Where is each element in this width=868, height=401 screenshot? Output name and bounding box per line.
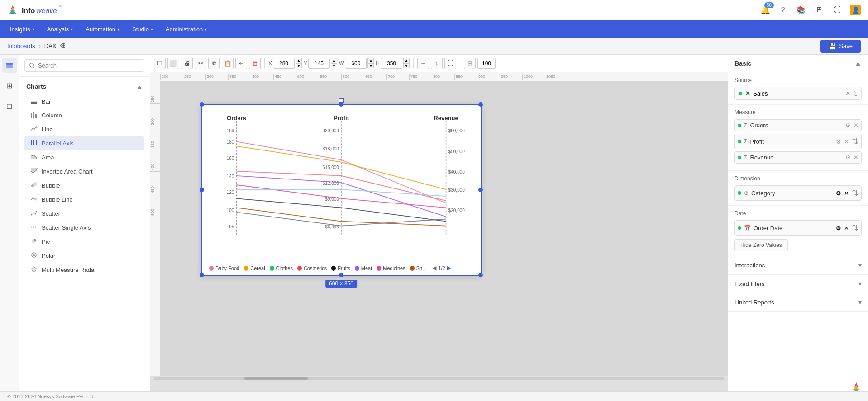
- interactions-section[interactable]: Interactions ▾: [728, 256, 868, 275]
- date-remove[interactable]: ✕: [844, 225, 849, 232]
- source-expand[interactable]: ⇅: [853, 90, 858, 97]
- x-up[interactable]: ▲: [296, 58, 302, 63]
- sidebar-item-parallel[interactable]: Parallel Axis: [24, 136, 144, 150]
- y-input[interactable]: [308, 58, 330, 69]
- sidebar-item-bar[interactable]: ▬ Bar: [24, 95, 144, 108]
- svg-line-10: [33, 66, 35, 68]
- y-down[interactable]: ▼: [331, 63, 337, 68]
- y-up[interactable]: ▲: [331, 58, 337, 63]
- nav-automation[interactable]: Automation ▾: [79, 23, 126, 35]
- date-arrow[interactable]: ⇅: [852, 223, 858, 233]
- layers-icon[interactable]: [2, 58, 17, 73]
- resize-br[interactable]: [478, 273, 483, 277]
- user-avatar[interactable]: 👤: [850, 5, 861, 15]
- sidebar-item-scatter[interactable]: Scatter: [24, 207, 144, 221]
- w-input[interactable]: [345, 58, 367, 69]
- profit-gear[interactable]: ⚙: [836, 138, 841, 145]
- sidebar-item-column[interactable]: Column: [24, 108, 144, 122]
- sidebar-item-polar[interactable]: Polar: [24, 249, 144, 263]
- grid-tool[interactable]: ⊞: [464, 58, 476, 69]
- x-input[interactable]: [273, 58, 295, 69]
- nav-studio[interactable]: Studio ▾: [126, 23, 159, 35]
- h-down[interactable]: ▼: [403, 63, 410, 68]
- zoom-input[interactable]: [477, 58, 496, 69]
- revenue-remove[interactable]: ✕: [854, 154, 858, 161]
- cut-tool[interactable]: ✂: [195, 58, 206, 69]
- print-tool[interactable]: 🖨: [181, 58, 193, 69]
- canvas-scroll[interactable]: 200 250 300 350 400 450 500 550 600 650 …: [150, 72, 728, 401]
- orders-sigma: Σ: [744, 122, 747, 129]
- category-gear[interactable]: ⚙: [836, 190, 841, 197]
- category-arrow[interactable]: ⇅: [852, 188, 858, 198]
- svg-point-32: [33, 254, 35, 256]
- revenue-gear[interactable]: ⚙: [845, 154, 851, 161]
- delete-red-tool[interactable]: 🗑: [249, 58, 261, 69]
- h-up[interactable]: ▲: [403, 58, 410, 63]
- notification-bell[interactable]: 🔔 58: [760, 5, 770, 15]
- category-remove[interactable]: ✕: [844, 190, 849, 197]
- legend-baby-food: Baby Food: [209, 266, 239, 271]
- top-anchor[interactable]: [339, 98, 344, 103]
- fixed-filters-section[interactable]: Fixed filters ▾: [728, 275, 868, 293]
- legend-next[interactable]: ▶: [447, 265, 451, 271]
- nav-analysis[interactable]: Analysis ▾: [41, 23, 79, 35]
- w-up[interactable]: ▲: [367, 58, 374, 63]
- resize-bl[interactable]: [200, 273, 204, 277]
- sidebar-item-multi-radar[interactable]: Multi Measure Radar: [24, 263, 144, 277]
- breadcrumb-parent[interactable]: Infoboards: [7, 43, 35, 49]
- hscroll-track: [154, 377, 724, 380]
- sidebar-item-inverted-area[interactable]: Inverted Area Chart: [24, 164, 144, 179]
- orders-remove[interactable]: ✕: [854, 122, 858, 129]
- svg-text:$50,000: $50,000: [448, 149, 465, 154]
- source-remove[interactable]: ✕: [845, 90, 851, 97]
- nav-insights[interactable]: Insights ▾: [4, 23, 41, 35]
- h-input[interactable]: [381, 58, 402, 69]
- align-center-tool[interactable]: ↕: [431, 58, 443, 69]
- sidebar-item-area[interactable]: Area: [24, 150, 144, 164]
- inverted-area-label: Inverted Area Chart: [42, 168, 93, 175]
- h-spinner: ▲ ▼: [403, 58, 410, 68]
- charts-section-header[interactable]: Charts ▲: [24, 80, 144, 93]
- ruler-mark: 350: [228, 74, 251, 80]
- shapes-icon[interactable]: ◻: [2, 98, 17, 113]
- sidebar-item-line[interactable]: Line: [24, 122, 144, 136]
- orders-gear[interactable]: ⚙: [845, 122, 851, 129]
- search-input[interactable]: [38, 62, 139, 69]
- hscroll-thumb[interactable]: [244, 377, 308, 380]
- x-down[interactable]: ▼: [296, 63, 302, 68]
- select-tool[interactable]: ☐: [154, 58, 166, 69]
- canvas-content[interactable]: Orders Profit Revenue 189 180 160 140 12…: [160, 81, 728, 376]
- w-down[interactable]: ▼: [367, 63, 374, 68]
- screen-icon[interactable]: 🖥: [814, 5, 825, 15]
- linked-reports-section[interactable]: Linked Reports ▾: [728, 293, 868, 312]
- svg-text:$30,000: $30,000: [448, 188, 465, 193]
- copy-tool[interactable]: ⧉: [208, 58, 220, 69]
- visibility-icon[interactable]: 👁: [60, 42, 67, 50]
- sidebar-item-bubble[interactable]: Bubble: [24, 179, 144, 193]
- date-gear[interactable]: ⚙: [836, 225, 841, 232]
- sidebar-item-bubble-line[interactable]: Bubble Line: [24, 193, 144, 207]
- save-button[interactable]: 💾 Save: [820, 40, 861, 53]
- hide-zero-button[interactable]: Hide Zero Values: [734, 239, 788, 251]
- profit-remove[interactable]: ✕: [844, 138, 849, 145]
- fixed-filters-title: Fixed filters: [734, 280, 764, 287]
- nav-administration[interactable]: Administration ▾: [159, 23, 213, 35]
- expand-icon[interactable]: ⛶: [832, 5, 843, 15]
- undo-tool[interactable]: ↩: [235, 58, 247, 69]
- canvas-hscroll[interactable]: [150, 376, 728, 381]
- profit-arrow[interactable]: ⇅: [852, 136, 858, 146]
- grid-icon[interactable]: ⊞: [2, 78, 17, 93]
- fullscreen-tool[interactable]: ⛶: [444, 58, 456, 69]
- sidebar-item-pie[interactable]: Pie: [24, 235, 144, 249]
- sidebar-item-scatter-single[interactable]: Scatter Single Axis: [24, 221, 144, 235]
- chart-widget[interactable]: Orders Profit Revenue 189 180 160 140 12…: [201, 104, 482, 276]
- paste-tool[interactable]: 📋: [222, 58, 234, 69]
- legend-prev[interactable]: ◀: [433, 265, 436, 271]
- align-left-tool[interactable]: ←: [417, 58, 429, 69]
- help-icon[interactable]: ?: [777, 5, 788, 15]
- books-icon[interactable]: 📚: [796, 5, 806, 15]
- resize-bm[interactable]: [339, 273, 343, 277]
- panel-collapse-icon[interactable]: ▲: [854, 59, 862, 68]
- date-status: [738, 226, 741, 230]
- delete-tool[interactable]: ⬜: [167, 58, 179, 69]
